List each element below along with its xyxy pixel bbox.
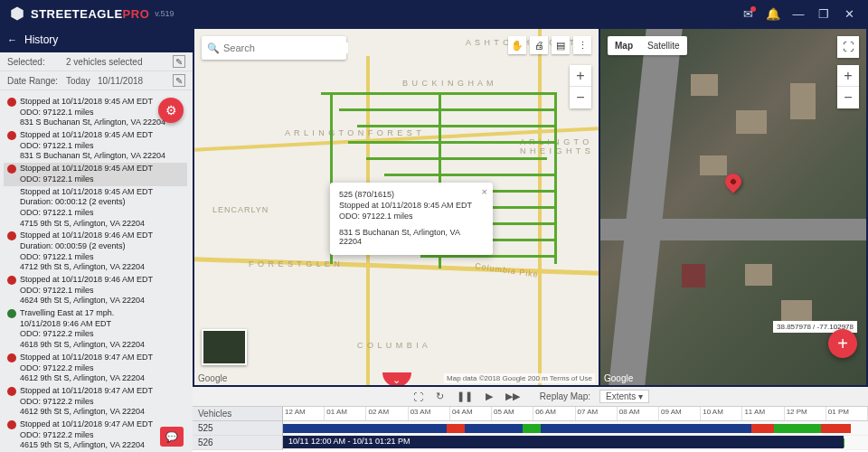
map-tool-hand-icon[interactable]: ✋ <box>508 36 526 54</box>
replay-label: Replay Map: <box>540 391 590 401</box>
selected-row: Selected: 2 vehicles selected ✎ <box>0 52 193 71</box>
event-item[interactable]: Travelling East at 17 mph.10/11/2018 9:4… <box>4 307 187 352</box>
event-item[interactable]: Stopped at 10/11/2018 9:45 AM EDTODO: 97… <box>4 163 187 185</box>
map-search-box[interactable]: 🔍 <box>202 36 346 60</box>
timeline-hour: 10 AM <box>701 407 742 420</box>
google-logo: Google <box>198 373 227 383</box>
selected-label: Selected: <box>7 57 66 67</box>
event-item[interactable]: Stopped at 10/11/2018 9:47 AM EDTODO: 97… <box>4 385 187 419</box>
timeline-hour: 07 AM <box>576 407 618 420</box>
timeline-hour: 09 AM <box>659 407 701 420</box>
zoom-in-button[interactable]: + <box>570 65 591 87</box>
tl-fullscreen-icon[interactable]: ⛶ <box>411 390 425 404</box>
map-toolbar: ✋ 🖨 ▤ ⋮ <box>508 36 591 54</box>
timeline-hour: 02 AM <box>366 407 408 420</box>
tl-reset-icon[interactable]: ↻ <box>434 389 446 404</box>
timeline-controls: ⛶ ↻ ❚❚ ▶ ▶▶ Replay Map: Extents ▾ <box>193 387 868 407</box>
info-line1: Stopped at 10/11/2018 9:45 AM EDT <box>339 201 484 210</box>
fullscreen-icon[interactable]: ⛶ <box>837 36 859 58</box>
map-attribution: Map data ©2018 Google 200 m Terms of Use <box>444 373 595 383</box>
vehicle-row-525[interactable]: 525 <box>193 421 282 436</box>
timeline-hour: 05 AM <box>492 407 533 420</box>
restore-button[interactable]: ❐ <box>814 4 834 24</box>
sat-zoom-out-button[interactable]: − <box>837 87 859 108</box>
zoom-out-button[interactable]: − <box>570 87 591 108</box>
event-item[interactable]: Stopped at 10/11/2018 9:46 AM EDTDuratio… <box>4 230 187 274</box>
edit-date-icon[interactable]: ✎ <box>173 74 185 87</box>
sat-zoom-in-button[interactable]: + <box>837 65 859 87</box>
satellite-map-pane[interactable]: Map Satellite ⛶ + − 38.857978 / -77.1029… <box>600 29 866 385</box>
map-tool-print-icon[interactable]: 🖨 <box>530 36 548 54</box>
main-area: ← History Selected: 2 vehicles selected … <box>0 27 868 452</box>
event-item[interactable]: Stopped at 10/11/2018 9:47 AM EDTODO: 97… <box>4 352 187 385</box>
event-dot-icon <box>7 165 16 174</box>
timeline-hour: 08 AM <box>618 407 659 420</box>
map-info-window: × 525 (870/1615) Stopped at 10/11/2018 9… <box>330 183 493 255</box>
event-text: Stopped at 10/11/2018 9:46 AM EDTDuratio… <box>20 231 185 273</box>
map-tool-more-icon[interactable]: ⋮ <box>573 36 591 54</box>
info-close-icon[interactable]: × <box>482 186 487 197</box>
event-dot-icon <box>7 131 16 140</box>
back-arrow-icon[interactable]: ← <box>7 34 17 45</box>
mail-icon[interactable]: ✉ <box>738 4 758 24</box>
vehicles-header: Vehicles <box>193 407 282 421</box>
expand-down-handle[interactable]: ⌄ <box>382 372 411 385</box>
close-button[interactable]: ✕ <box>839 4 859 24</box>
map-type-toggle[interactable]: Map Satellite <box>608 36 687 55</box>
timeline-track-525[interactable] <box>283 421 868 436</box>
vehicle-row-526[interactable]: 526 <box>193 436 282 450</box>
date-range-value: Today 10/11/2018 <box>66 76 173 86</box>
title-bar: STREETEAGLEPRO v.519 ✉ 🔔 — ❐ ✕ <box>0 0 868 27</box>
search-icon: 🔍 <box>207 42 220 54</box>
event-item[interactable]: Stopped at 10/11/2018 9:45 AM EDTODO: 97… <box>4 129 187 163</box>
timeline-hour: 12 AM <box>283 407 325 420</box>
timeline-hours: 12 AM01 AM02 AM03 AM04 AM05 AM06 AM07 AM… <box>283 407 868 421</box>
area-buckingham: B U C K I N G H A M <box>402 79 495 88</box>
timeline-range-label: 10/11 12:00 AM - 10/11 01:21 PM <box>283 436 844 448</box>
date-range-label: Date Range: <box>7 76 66 86</box>
map-tool-layers-icon[interactable]: ▤ <box>552 36 570 54</box>
event-dot-icon <box>7 309 16 318</box>
event-text: Stopped at 10/11/2018 9:45 AM EDTODO: 97… <box>20 130 185 162</box>
event-dot-icon <box>7 353 16 363</box>
map-inset-thumbnail[interactable] <box>202 329 247 365</box>
area-columbia: C O L U M B I A <box>357 341 429 350</box>
replay-map-dropdown[interactable]: Extents ▾ <box>599 390 649 403</box>
bell-icon[interactable]: 🔔 <box>763 4 783 24</box>
app-logo-icon <box>9 5 25 22</box>
history-title: History <box>24 33 58 46</box>
map-type-map[interactable]: Map <box>608 36 640 55</box>
location-pin-icon <box>725 174 741 190</box>
history-sidebar: ← History Selected: 2 vehicles selected … <box>0 27 193 452</box>
date-range-row: Date Range: Today 10/11/2018 ✎ <box>0 71 193 90</box>
event-item[interactable]: Stopped at 10/11/2018 9:46 AM EDTODO: 97… <box>4 274 187 307</box>
google-logo-sat: Google <box>604 373 633 383</box>
content-area: A S H T O N H E I G H T S B U C K I N G … <box>193 27 868 452</box>
tl-play-icon[interactable]: ▶ <box>484 389 495 404</box>
event-dot-icon <box>7 387 16 396</box>
info-title: 525 (870/1615) <box>339 190 484 199</box>
timeline-hour: 06 AM <box>533 407 575 420</box>
event-text: Stopped at 10/11/2018 9:47 AM EDTODO: 97… <box>20 386 185 418</box>
edit-selected-icon[interactable]: ✎ <box>173 55 185 68</box>
minimize-button[interactable]: — <box>788 4 808 24</box>
tl-pause-icon[interactable]: ❚❚ <box>455 389 475 404</box>
event-list[interactable]: Stopped at 10/11/2018 9:45 AM EDTODO: 97… <box>0 90 193 452</box>
map-type-satellite[interactable]: Satellite <box>640 36 687 55</box>
event-dot-icon <box>7 98 16 107</box>
event-text: Travelling East at 17 mph.10/11/2018 9:4… <box>20 308 185 351</box>
chat-fab[interactable]: 💬 <box>160 427 184 447</box>
timeline-grid[interactable]: 12 AM01 AM02 AM03 AM04 AM05 AM06 AM07 AM… <box>283 407 868 450</box>
timeline-hour: 03 AM <box>409 407 450 420</box>
event-item[interactable]: Stopped at 10/11/2018 9:45 AM EDTDuratio… <box>4 186 187 231</box>
add-fab[interactable]: + <box>828 329 857 358</box>
info-line2: ODO: 97122.1 miles <box>339 212 484 221</box>
timeline-hour: 01 AM <box>325 407 366 420</box>
tl-ff-icon[interactable]: ▶▶ <box>504 389 522 404</box>
timeline-vehicle-column: Vehicles 525 526 <box>193 407 283 450</box>
map-search-input[interactable] <box>223 42 348 53</box>
sat-zoom-control: + − <box>837 65 859 108</box>
road-map-pane[interactable]: A S H T O N H E I G H T S B U C K I N G … <box>194 29 599 385</box>
timeline-hour: 12 PM <box>785 407 826 420</box>
settings-fab[interactable]: ⚙ <box>158 98 184 123</box>
